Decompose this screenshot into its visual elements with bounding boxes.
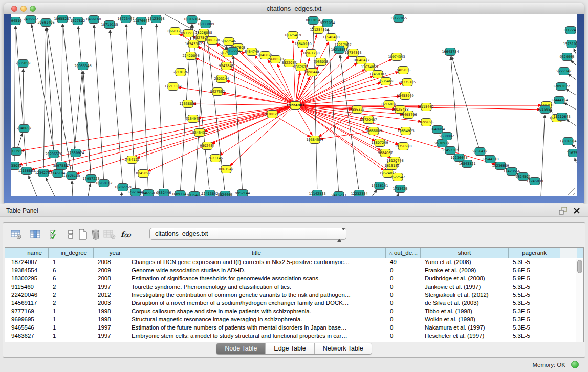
table-cell[interactable]: 1 bbox=[49, 332, 94, 340]
graph-node-teal[interactable]: 9538892 bbox=[440, 133, 454, 140]
graph-node-yellow[interactable]: 7955038 bbox=[314, 58, 329, 66]
table-cell[interactable]: Structural magnetic resonance image aver… bbox=[127, 316, 386, 324]
citation-edge[interactable] bbox=[156, 24, 163, 188]
table-cell[interactable]: 22420046 bbox=[5, 291, 49, 299]
graph-node-teal[interactable]: 1733426 bbox=[393, 185, 408, 193]
graph-node-yellow[interactable]: 9502454 bbox=[200, 142, 215, 150]
table-cell[interactable]: Embryonic stem cells: a model to study s… bbox=[127, 332, 386, 340]
citation-edge[interactable] bbox=[572, 145, 576, 148]
column-header-out_de[interactable]: △out_de… bbox=[386, 248, 421, 258]
citation-edge[interactable] bbox=[61, 24, 62, 161]
graph-node-teal[interactable]: 14136141 bbox=[371, 182, 388, 190]
graph-node-yellow[interactable]: 7886322 bbox=[350, 106, 365, 114]
citation-edge[interactable] bbox=[94, 25, 104, 179]
graph-node-yellow[interactable]: 19756928 bbox=[395, 143, 411, 150]
table-cell[interactable]: 6 bbox=[49, 267, 94, 275]
table-cell[interactable]: 0 bbox=[386, 332, 421, 340]
citation-edge[interactable] bbox=[372, 190, 377, 196]
table-cell[interactable]: de Silva et al. (2003) bbox=[421, 299, 509, 308]
table-cell[interactable]: Nakamura et al. (1997) bbox=[421, 324, 509, 332]
graph-node-yellow[interactable]: 9115460 bbox=[419, 103, 434, 111]
graph-node-teal[interactable]: 9538927 bbox=[435, 140, 450, 147]
citation-edge-red[interactable] bbox=[193, 104, 291, 105]
table-cell[interactable]: 1 bbox=[49, 308, 94, 316]
close-panel-icon[interactable] bbox=[573, 207, 581, 215]
graph-node-teal[interactable]: 2040657 bbox=[17, 125, 32, 133]
citation-edge[interactable] bbox=[340, 55, 358, 189]
memory-status-indicator[interactable] bbox=[571, 361, 579, 368]
graph-node-teal[interactable]: 10719135 bbox=[101, 21, 118, 29]
citation-edge-red[interactable] bbox=[231, 69, 291, 103]
graph-node-yellow[interactable]: 8427552 bbox=[210, 88, 225, 96]
graph-node-teal[interactable]: 9415233 bbox=[332, 192, 346, 197]
table-cell[interactable]: Corpus callosum shape and size in male p… bbox=[127, 308, 386, 316]
graph-node-teal[interactable]: 9952144 bbox=[235, 190, 250, 197]
scrollbar-thumb[interactable] bbox=[577, 260, 582, 273]
citation-edge[interactable] bbox=[566, 119, 576, 126]
citation-edge[interactable] bbox=[18, 133, 23, 147]
column-header-title[interactable]: title bbox=[127, 248, 386, 258]
table-cell[interactable]: 5.3E-5 bbox=[509, 308, 560, 316]
graph-node-teal[interactable]: 994519 bbox=[11, 17, 21, 25]
table-cell[interactable]: 1 bbox=[49, 258, 94, 267]
graph-node-teal[interactable]: 12544318 bbox=[482, 156, 498, 163]
graph-node-teal[interactable]: 1117243 bbox=[563, 27, 577, 34]
citation-edge-red[interactable] bbox=[230, 108, 292, 166]
graph-node-teal[interactable]: 2405572 bbox=[24, 16, 38, 24]
table-cell[interactable]: 2012 bbox=[94, 291, 127, 299]
table-cell[interactable]: Investigating the contribution of common… bbox=[127, 291, 386, 299]
graph-node-yellow[interactable]: 9684067 bbox=[378, 149, 393, 157]
graph-node-yellow[interactable]: 8245092 bbox=[136, 170, 151, 178]
table-cell[interactable]: 9777169 bbox=[5, 308, 49, 316]
graph-node-yellow[interactable]: 10688809 bbox=[365, 127, 382, 135]
table-cell[interactable]: 2 bbox=[49, 283, 94, 291]
table-cell[interactable]: 14569117 bbox=[5, 299, 49, 308]
table-cell[interactable]: 5.9E-5 bbox=[509, 275, 560, 283]
graph-node-teal[interactable]: 2635059 bbox=[16, 60, 31, 68]
table-cell[interactable]: 0 bbox=[386, 299, 421, 308]
table-cell[interactable]: 5.3E-5 bbox=[509, 324, 560, 332]
graph-node-yellow[interactable]: 8660123 bbox=[168, 28, 183, 35]
graph-node-teal[interactable]: 12093872 bbox=[553, 83, 570, 91]
select-columns-icon[interactable] bbox=[48, 228, 60, 241]
graph-node-yellow[interactable]: 8861542 bbox=[219, 166, 234, 173]
graph-node-teal[interactable]: 7857224 bbox=[226, 48, 241, 55]
graph-node-yellow[interactable]: 17450307 bbox=[369, 71, 386, 78]
citation-edge[interactable] bbox=[88, 184, 90, 196]
table-cell[interactable]: 1997 bbox=[94, 324, 127, 332]
table-cell[interactable]: 49 bbox=[386, 258, 421, 267]
citation-edge[interactable] bbox=[121, 192, 122, 196]
graph-node-yellow[interactable]: 18375105 bbox=[399, 79, 416, 86]
graph-node-yellow[interactable]: 7623145 bbox=[208, 155, 223, 162]
column-header-year[interactable]: year bbox=[94, 248, 127, 258]
graph-node-yellow[interactable]: 1615152 bbox=[385, 162, 400, 170]
graph-node-teal[interactable]: 9315412 bbox=[187, 192, 202, 197]
citation-edge-red[interactable] bbox=[293, 40, 295, 101]
column-header-pagerank[interactable]: pagerank bbox=[509, 248, 560, 258]
graph-node-teal[interactable]: 11156863 bbox=[18, 167, 35, 175]
table-cell[interactable]: Yano et al. (2008) bbox=[421, 258, 509, 267]
graph-node-yellow[interactable]: 9242848 bbox=[219, 62, 234, 70]
graph-node-teal[interactable]: 20691406 bbox=[37, 19, 54, 27]
graph-node-teal[interactable]: 8215953 bbox=[538, 106, 553, 114]
graph-node-teal[interactable]: 19127055 bbox=[390, 15, 407, 23]
network-graph[interactable]: 1872400786601238912955182260589827508165… bbox=[11, 14, 577, 196]
graph-node-yellow[interactable]: 16961758 bbox=[302, 50, 319, 57]
citation-edge[interactable] bbox=[571, 60, 576, 65]
graph-node-teal[interactable]: 17359924 bbox=[67, 149, 84, 157]
graph-node-teal[interactable]: 9227342 bbox=[557, 68, 572, 75]
citation-edge-red[interactable] bbox=[300, 83, 381, 104]
graph-node-yellow[interactable]: 8454749 bbox=[245, 48, 259, 56]
citation-edge[interactable] bbox=[192, 25, 209, 189]
graph-node-yellow[interactable]: 7154972 bbox=[186, 115, 201, 123]
graph-node-yellow[interactable]: 19654923 bbox=[397, 127, 414, 135]
table-cell[interactable]: 1998 bbox=[94, 316, 127, 324]
graph-node-teal[interactable]: 9756412 bbox=[473, 148, 488, 156]
table-row[interactable]: 1456911722003Disruption of a novel membe… bbox=[5, 299, 583, 308]
table-settings-icon[interactable] bbox=[10, 228, 23, 241]
graph-node-teal[interactable]: 12342757 bbox=[35, 169, 52, 177]
graph-node-teal[interactable]: 16723447 bbox=[117, 15, 134, 23]
graph-node-teal[interactable]: 12232354 bbox=[351, 190, 367, 197]
graph-node-teal[interactable]: 8466160 bbox=[86, 16, 101, 24]
citation-edge[interactable] bbox=[568, 74, 576, 80]
